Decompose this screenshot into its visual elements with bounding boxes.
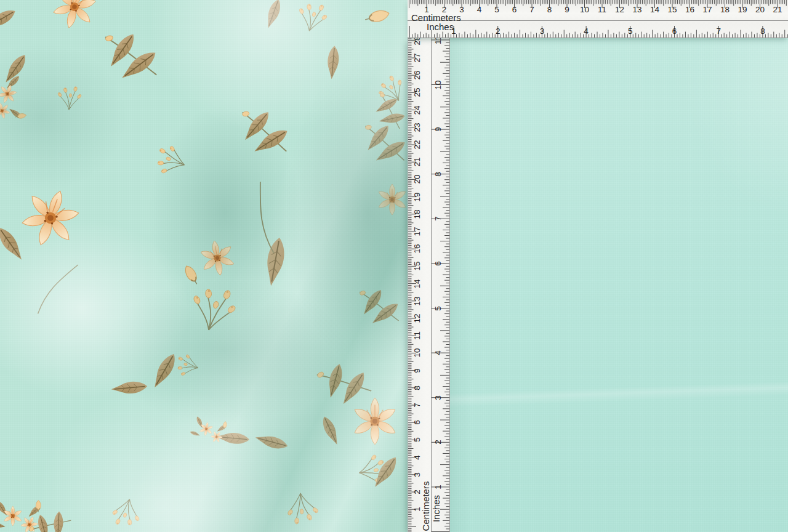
fabric-motif-leafpair <box>312 350 377 414</box>
ruler-number: 2 <box>434 440 443 445</box>
ruler-number: 18 <box>413 209 422 219</box>
fabric-motif-stem <box>38 259 78 319</box>
ruler-number: 13 <box>413 296 422 305</box>
fabric-motif-budspray <box>284 491 320 526</box>
fabric-motif-cluster <box>0 70 28 124</box>
fabric-motif-budspray <box>154 143 189 179</box>
ruler-number: 11 <box>434 38 443 44</box>
fabric-motif-flower <box>198 238 236 278</box>
fabric-motif-budspray <box>110 496 143 528</box>
v-centimeters-label: Centimeters <box>421 482 430 531</box>
ruler-number: 17 <box>413 227 422 236</box>
ruler-number: 6 <box>413 420 422 425</box>
ruler-number: 1 <box>434 485 443 490</box>
fabric-motif-leafpair <box>99 25 163 87</box>
fabric-motif-cluster <box>0 499 42 532</box>
fabric-motif-leafpair <box>236 105 293 159</box>
ruler-number: 7 <box>716 27 721 36</box>
ruler-number: 21 <box>773 6 782 14</box>
ruler-number: 4 <box>584 27 589 36</box>
ruler-number: 8 <box>413 385 422 390</box>
fabric-motif-leaf <box>149 351 179 391</box>
ruler-number: 27 <box>413 53 422 62</box>
ruler-number: 18 <box>720 6 730 14</box>
ruler-number: 19 <box>413 192 422 201</box>
ruler-number: 20 <box>755 6 765 14</box>
ruler-number: 16 <box>685 6 694 14</box>
ruler-number: 3 <box>540 27 545 36</box>
fabric-motif-leaf <box>263 0 284 30</box>
ruler-number: 8 <box>760 27 765 36</box>
ruler-number: 14 <box>413 279 422 288</box>
fabric-motif-budspray <box>57 86 82 110</box>
vertical-ruler: Centimeters Inches 123456789101112131415… <box>408 38 450 532</box>
ruler-number: 10 <box>580 6 589 14</box>
ruler-number: 23 <box>413 123 422 132</box>
ruler-number: 5 <box>628 27 633 36</box>
horizontal-ruler: Centimeters Inches 123456789101112131415… <box>408 0 788 38</box>
ruler-number: 10 <box>434 80 443 89</box>
fabric-motif-stem <box>233 182 301 252</box>
ruler-number: 20 <box>413 175 422 184</box>
ruler-number: 11 <box>413 331 422 340</box>
ruler-number: 13 <box>632 6 641 14</box>
ruler-number: 1 <box>413 507 422 512</box>
fabric-motif-bud <box>364 9 390 25</box>
fabric-motif-budspray <box>296 1 329 33</box>
ruler-number: 3 <box>434 395 443 400</box>
ruler-number: 9 <box>434 127 443 132</box>
ruler-number: 7 <box>413 403 422 408</box>
ruler-number: 1 <box>451 27 456 36</box>
ruler-number: 2 <box>442 6 447 14</box>
v-inches-label: Inches <box>432 495 441 522</box>
ruler-number: 15 <box>667 6 677 14</box>
fabric-motif-flower <box>15 182 86 254</box>
fabric-motif-flower <box>49 0 100 33</box>
fabric-weave-texture <box>450 38 788 532</box>
fabric-motif-bud <box>183 264 201 286</box>
ruler-number: 2 <box>496 27 501 36</box>
ruler-number: 3 <box>413 472 422 477</box>
fabric-motif-leafpair <box>355 283 404 330</box>
flat-fabric-panel <box>450 38 788 532</box>
fabric-motif-budspray <box>188 284 239 334</box>
ruler-number: 5 <box>413 438 422 443</box>
ruler-number: 3 <box>459 6 464 14</box>
fabric-motif-flower <box>353 398 397 445</box>
ruler-number: 9 <box>565 6 569 14</box>
fabric-motif-leaf <box>320 414 342 446</box>
fabric-drape <box>0 0 409 532</box>
ruler-number: 9 <box>413 368 422 373</box>
ruler-number: 17 <box>702 6 712 14</box>
ruler-number: 19 <box>738 6 747 14</box>
fabric-product-photo: Centimeters Inches 123456789101112131415… <box>0 0 788 532</box>
fabric-motif-leaf <box>263 236 287 288</box>
fabric-motif-leaf <box>326 46 340 80</box>
ruler-number: 16 <box>413 244 422 254</box>
ruler-number: 25 <box>413 88 422 97</box>
fabric-motif-leafpair <box>360 119 409 167</box>
ruler-number: 6 <box>512 6 517 14</box>
fabric-motif-cluster <box>188 414 228 446</box>
ruler-number: 10 <box>413 349 422 358</box>
fabric-motif-leafpair <box>371 92 409 129</box>
ruler-number: 4 <box>477 6 482 14</box>
ruler-number: 6 <box>434 261 443 266</box>
ruler-number: 5 <box>494 6 499 14</box>
drape-floral-print <box>0 0 409 532</box>
ruler-number: 7 <box>434 217 443 222</box>
ruler-number: 12 <box>615 6 624 14</box>
ruler-number: 21 <box>413 158 422 167</box>
ruler-number: 8 <box>434 172 443 177</box>
ruler-number: 24 <box>413 105 422 115</box>
ruler-number: 4 <box>434 350 443 355</box>
ruler-number: 12 <box>413 313 422 323</box>
ruler-number: 26 <box>413 71 422 80</box>
ruler-number: 22 <box>413 140 422 149</box>
ruler-number: 28 <box>413 38 422 45</box>
h-inches-label: Inches <box>427 22 454 31</box>
ruler-number: 4 <box>413 455 422 460</box>
ruler-number: 6 <box>672 27 677 36</box>
ruler-number: 14 <box>650 6 659 14</box>
ruler-number: 2 <box>413 490 422 494</box>
